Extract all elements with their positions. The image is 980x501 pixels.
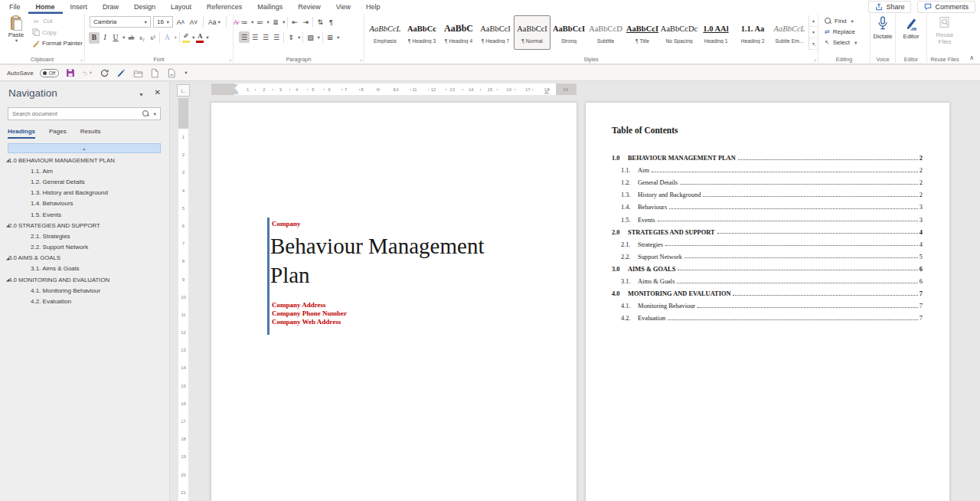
navigation-heading-item[interactable]: ◢ 1.5. Events (0, 209, 169, 220)
search-caret-icon[interactable]: ▼ (153, 112, 157, 116)
dictate-button[interactable]: Dictate (871, 16, 895, 40)
right-indent-marker[interactable] (544, 90, 550, 94)
style-item[interactable]: AaBbCcI ¶ Heading 7 (477, 15, 514, 50)
navigation-heading-item[interactable]: ◢ 3.1. Aims & Goals (0, 264, 169, 274)
ribbon-tab[interactable]: Design (126, 0, 163, 14)
editor-button[interactable]: Editor (896, 16, 926, 40)
justify-button[interactable]: ☰ (271, 31, 282, 43)
bullets-button[interactable]: ≔ (239, 16, 250, 28)
ribbon-tab[interactable]: Review (290, 0, 328, 14)
style-item[interactable]: AaBbCcL Subtle Em... (771, 15, 808, 50)
style-item[interactable]: AaBbCcI Strong (550, 15, 587, 50)
toc-entry[interactable]: 4.1. Monitoring Behaviour 7 (612, 297, 923, 309)
navigation-heading-item[interactable]: ◢ 4.0 MONITORING AND EVALUATION (0, 274, 169, 285)
multilevel-caret-icon[interactable]: ▼ (282, 20, 286, 25)
line-spacing-caret-icon[interactable]: ▼ (297, 35, 301, 40)
toc-entry[interactable]: 4.2. Evaluation 7 (612, 309, 923, 322)
select-button[interactable]: ↖Select▼ (825, 38, 858, 47)
shrink-font-button[interactable]: A˅ (188, 16, 199, 28)
draw-pen-button[interactable] (116, 67, 126, 78)
toc-heading[interactable]: Table of Contents (612, 126, 678, 135)
multilevel-list-button[interactable]: ≣ (270, 16, 281, 28)
ribbon-tab[interactable]: View (328, 0, 358, 14)
shading-button[interactable]: ▨ (305, 31, 315, 43)
show-hide-marks-button[interactable]: ¶ (325, 16, 336, 28)
navigation-heading-item[interactable]: ◢ 2.1. Strategies (0, 231, 169, 241)
navigation-heading-item[interactable]: ◢ 2.2. Support Network (0, 242, 169, 253)
subscript-button[interactable]: x₂ (136, 32, 147, 44)
style-item[interactable]: AaBbCcD Subtitle (587, 15, 624, 50)
share-button[interactable]: Share (868, 1, 911, 13)
paste-caret-icon[interactable]: ▼ (15, 38, 18, 43)
style-item[interactable]: AaBbC ¶ Heading 4 (440, 15, 477, 50)
autosave-toggle[interactable]: Off (40, 69, 60, 77)
new-document-button[interactable] (149, 67, 160, 78)
toc-entry[interactable]: 4.0 MONITORING AND EVALUATION 7 (612, 285, 923, 297)
toc-entry[interactable]: 1.2. General Details 2 (612, 174, 923, 186)
toc-entry[interactable]: 1.0 BEHAVIOUR MANAGEMENT PLAN 2 (612, 149, 923, 162)
cover-address-block[interactable]: Company Address Company Phone Number Com… (272, 301, 347, 326)
paste-button[interactable]: Paste ▼ (4, 15, 28, 43)
format-painter-button[interactable]: Format Painter (32, 39, 83, 47)
horizontal-ruler[interactable]: 12345678910111213141516171819 (211, 84, 577, 95)
style-item[interactable]: 1.0 AAl Heading 1 (697, 15, 734, 50)
decrease-indent-button[interactable]: ⇤ (289, 16, 300, 28)
comments-button[interactable]: Comments (917, 1, 975, 13)
ribbon-tab[interactable]: Insert (63, 0, 96, 14)
styles-dialog-launcher[interactable]: ⌟ (814, 56, 816, 61)
navigation-heading-item[interactable]: ◢ 1.2. General Details (0, 176, 169, 187)
styles-more-icon[interactable]: ▼̲ (809, 38, 818, 50)
ribbon-tab[interactable]: References (199, 0, 250, 14)
style-item[interactable]: AaBbCcI ¶ Title (624, 15, 661, 50)
style-item[interactable]: AaBbCcDc No Spacing (661, 15, 697, 50)
open-file-button[interactable] (132, 67, 143, 78)
paragraph-dialog-launcher[interactable]: ⌟ (360, 56, 362, 61)
collapse-triangle-icon[interactable]: ◢ (0, 256, 8, 260)
grow-font-button[interactable]: A˄ (175, 16, 186, 28)
ribbon-tab[interactable]: File (2, 0, 28, 14)
text-effects-caret-icon[interactable]: ▼ (173, 35, 177, 40)
navigation-heading-item[interactable]: ◢ 2.0 STRATEGIES AND SUPPORT (0, 220, 169, 231)
borders-button[interactable]: ⊞ (325, 31, 335, 43)
styles-scroll-down-icon[interactable]: ▼ (809, 27, 818, 38)
navigation-heading-item[interactable]: ◢ 1.3. History and Background (0, 188, 169, 198)
navigation-close-icon[interactable]: ✕ (155, 88, 161, 97)
style-item[interactable]: AaBbCcI ¶ Normal (514, 15, 550, 50)
bold-button[interactable]: B (89, 32, 100, 44)
strikethrough-button[interactable]: ab (126, 32, 136, 44)
ribbon-tab[interactable]: Home (28, 0, 63, 14)
redo-button[interactable] (99, 67, 109, 78)
ribbon-tab[interactable]: Layout (163, 0, 199, 14)
toc-entry[interactable]: 2.0 STRATEGIES AND SUPPORT 4 (612, 224, 923, 236)
clipboard-dialog-launcher[interactable]: ⌟ (80, 56, 83, 61)
cover-document-title[interactable]: Behaviour Management Plan (270, 231, 515, 290)
italic-button[interactable]: I (100, 32, 110, 44)
cover-company-text[interactable]: Company (272, 220, 301, 228)
ribbon-tab[interactable]: Draw (95, 0, 126, 14)
toc-entry[interactable]: 3.0 AIMS & GOALS 6 (612, 260, 923, 273)
collapse-triangle-icon[interactable]: ◢ (0, 277, 8, 282)
align-right-button[interactable]: ☰ (260, 31, 271, 43)
increase-indent-button[interactable]: ⇥ (300, 16, 311, 28)
font-color-caret-icon[interactable]: ▼ (205, 35, 209, 40)
toc-entry[interactable]: 1.3. History and Background 2 (612, 186, 923, 198)
collapse-triangle-icon[interactable]: ◢ (0, 223, 8, 228)
highlight-caret-icon[interactable]: ▼ (191, 35, 195, 40)
style-item[interactable]: AaBbCc ¶ Heading 3 (403, 15, 440, 50)
signature-document-button[interactable] (166, 67, 177, 78)
line-spacing-button[interactable]: ⇕ (286, 31, 296, 43)
change-case-button[interactable]: Aa▼ (207, 16, 222, 28)
undo-button[interactable]: ▼ (82, 67, 93, 78)
toc-entry[interactable]: 2.1. Strategies 4 (612, 236, 923, 248)
text-effects-button[interactable]: A (162, 32, 172, 44)
search-input[interactable] (8, 110, 142, 117)
save-button[interactable] (65, 67, 76, 78)
find-caret-icon[interactable]: ▼ (851, 19, 854, 24)
qat-customize-caret-icon[interactable]: ▼ (184, 70, 188, 75)
font-color-button[interactable]: A (196, 33, 204, 43)
cover-address-line[interactable]: Company Phone Number (272, 309, 347, 318)
search-icon[interactable] (142, 110, 149, 117)
find-button[interactable]: Find▼ (825, 17, 858, 25)
tab-selector-button[interactable]: ∟ (177, 84, 190, 97)
ribbon-tab[interactable]: Mailings (250, 0, 290, 14)
